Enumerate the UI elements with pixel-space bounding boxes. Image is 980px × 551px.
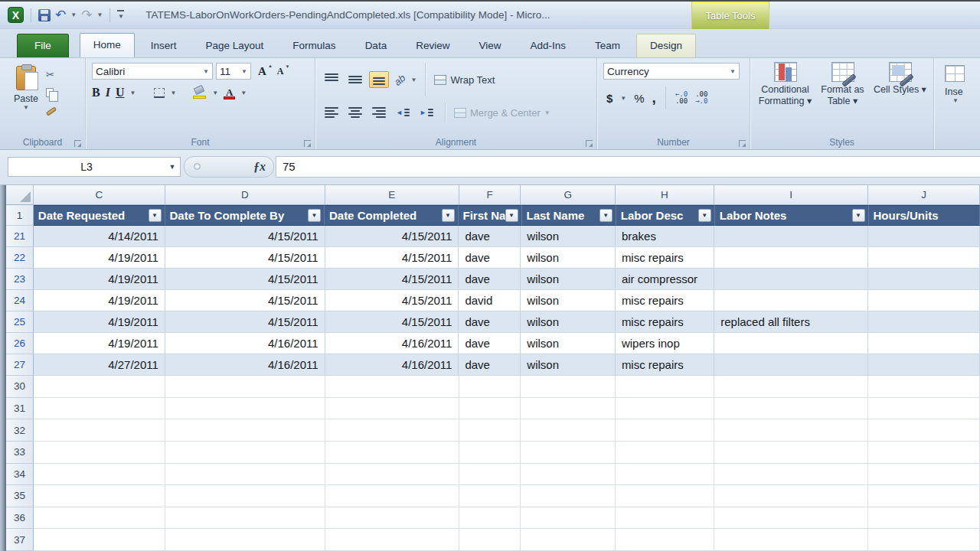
- filter-dropdown-icon[interactable]: ▼: [698, 209, 711, 222]
- cell[interactable]: [34, 419, 165, 442]
- row-number-36[interactable]: 36: [6, 507, 34, 530]
- comma-style-button[interactable]: ,: [652, 94, 656, 102]
- cell[interactable]: [521, 442, 615, 464]
- tab-home[interactable]: Home: [80, 33, 135, 57]
- cell[interactable]: wilson: [521, 269, 616, 290]
- align-bottom-button[interactable]: [369, 71, 389, 88]
- cell[interactable]: 4/16/2011: [325, 354, 459, 376]
- cell[interactable]: air compressor: [616, 269, 714, 290]
- customize-quick-access-icon[interactable]: ▼: [117, 10, 124, 20]
- cell[interactable]: dave: [459, 333, 521, 354]
- cell[interactable]: 4/15/2011: [325, 290, 459, 311]
- cell[interactable]: [459, 398, 521, 420]
- cell[interactable]: 4/15/2011: [165, 226, 325, 247]
- cell-styles-button[interactable]: Cell Styles ▾: [872, 62, 929, 135]
- filter-dropdown-icon[interactable]: ▼: [852, 209, 865, 222]
- tab-formulas[interactable]: Formulas: [279, 34, 348, 57]
- row-number-25[interactable]: 25: [6, 311, 34, 333]
- excel-logo-icon[interactable]: X: [8, 7, 24, 23]
- select-all-button[interactable]: [6, 185, 34, 204]
- alignment-dialog-launcher-icon[interactable]: [586, 140, 593, 147]
- cell[interactable]: [714, 485, 868, 507]
- cell[interactable]: [714, 464, 868, 486]
- cell[interactable]: [325, 398, 459, 420]
- cell[interactable]: [868, 507, 980, 530]
- column-header-I[interactable]: I: [714, 185, 868, 204]
- tab-team[interactable]: Team: [582, 34, 633, 57]
- cell[interactable]: [714, 507, 868, 530]
- cell[interactable]: [616, 442, 714, 464]
- cell[interactable]: [868, 464, 980, 486]
- grow-font-button[interactable]: A: [254, 65, 270, 78]
- tab-add-ins[interactable]: Add-Ins: [517, 34, 579, 57]
- table-header-cell[interactable]: Date Completed▼: [325, 205, 459, 226]
- cell[interactable]: dave: [459, 269, 521, 290]
- cell[interactable]: [459, 464, 521, 486]
- undo-dropdown-icon[interactable]: ▼: [70, 11, 77, 18]
- align-middle-button[interactable]: [345, 71, 365, 88]
- font-color-icon[interactable]: A: [224, 86, 235, 99]
- cell[interactable]: wilson: [521, 354, 616, 376]
- italic-button[interactable]: I: [106, 86, 110, 99]
- row-number-37[interactable]: 37: [6, 529, 34, 551]
- decrease-decimal-button[interactable]: .00→.0: [695, 91, 707, 105]
- cell[interactable]: [714, 269, 868, 290]
- cell[interactable]: misc repairs: [616, 354, 714, 376]
- save-icon[interactable]: [38, 9, 51, 21]
- cell[interactable]: misc repairs: [616, 311, 714, 333]
- row-number-26[interactable]: 26: [6, 333, 34, 354]
- cell[interactable]: [868, 290, 980, 311]
- insert-cells-icon[interactable]: [945, 65, 965, 82]
- cell[interactable]: [34, 376, 165, 398]
- column-header-G[interactable]: G: [521, 185, 615, 204]
- orientation-dropdown-icon[interactable]: ▼: [410, 77, 416, 83]
- cell[interactable]: [616, 464, 714, 486]
- cell[interactable]: [521, 507, 615, 530]
- cell[interactable]: [165, 376, 325, 398]
- cell[interactable]: [34, 398, 165, 420]
- cell[interactable]: 4/15/2011: [325, 247, 459, 269]
- cell[interactable]: [868, 333, 980, 354]
- tab-file[interactable]: File: [17, 34, 69, 57]
- cell[interactable]: [714, 398, 868, 420]
- redo-dropdown-icon[interactable]: ▼: [96, 11, 103, 18]
- bold-button[interactable]: B: [92, 86, 100, 99]
- cell[interactable]: replaced all filters: [714, 311, 868, 333]
- redo-icon[interactable]: ↷: [81, 9, 92, 21]
- cell[interactable]: 4/15/2011: [325, 269, 459, 290]
- cell[interactable]: dave: [459, 226, 521, 247]
- cell[interactable]: 4/16/2011: [325, 333, 459, 354]
- cell[interactable]: 4/27/2011: [34, 354, 165, 376]
- name-box[interactable]: L3 ▼: [8, 157, 181, 177]
- tab-design[interactable]: Design: [636, 34, 696, 57]
- cell[interactable]: [521, 419, 615, 442]
- cell[interactable]: [714, 442, 868, 464]
- cell[interactable]: [165, 464, 325, 486]
- underline-button[interactable]: U: [116, 86, 125, 99]
- cell[interactable]: [521, 376, 615, 398]
- row-number-27[interactable]: 27: [6, 354, 34, 376]
- cell[interactable]: [714, 226, 868, 247]
- cell[interactable]: dave: [459, 311, 521, 333]
- cell[interactable]: [714, 376, 868, 398]
- cell[interactable]: [714, 419, 868, 442]
- cell[interactable]: [325, 464, 459, 486]
- accounting-format-button[interactable]: $: [606, 92, 612, 105]
- cell[interactable]: [616, 485, 714, 507]
- tab-view[interactable]: View: [466, 34, 514, 57]
- cell[interactable]: misc repairs: [616, 247, 714, 269]
- column-header-E[interactable]: E: [325, 185, 459, 204]
- cell[interactable]: [521, 485, 615, 507]
- align-right-button[interactable]: [369, 104, 389, 121]
- cell[interactable]: david: [459, 290, 521, 311]
- font-dialog-launcher-icon[interactable]: [304, 140, 311, 147]
- row-number-21[interactable]: 21: [6, 226, 34, 247]
- cell[interactable]: misc repairs: [616, 290, 714, 311]
- cell[interactable]: [325, 419, 459, 442]
- insert-button[interactable]: Inse: [945, 86, 963, 97]
- formula-input[interactable]: 75: [276, 156, 980, 178]
- cell[interactable]: [165, 419, 325, 442]
- row-number-23[interactable]: 23: [6, 269, 34, 290]
- cell[interactable]: [459, 442, 521, 464]
- cell[interactable]: [325, 507, 459, 530]
